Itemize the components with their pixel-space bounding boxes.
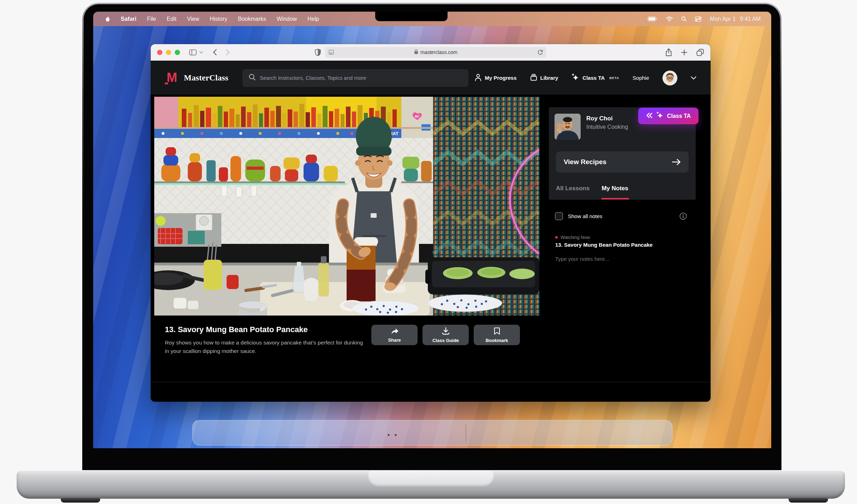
url-text: masterclass.com [420, 49, 457, 55]
masterclass-wordmark: MasterClass [184, 73, 228, 83]
privacy-shield-icon[interactable] [315, 49, 321, 56]
reload-icon[interactable] [538, 49, 543, 55]
show-all-notes-checkbox[interactable] [555, 212, 563, 220]
menu-time: 9:41 AM [740, 16, 761, 22]
show-all-notes-row: Show all notes [555, 212, 603, 220]
menu-item-help[interactable]: Help [307, 16, 319, 22]
zoom-window-button[interactable] [175, 50, 180, 55]
view-recipes-button[interactable]: View Recipes [556, 151, 689, 173]
nav-class-ta[interactable]: Class TABETA [571, 73, 619, 82]
watching-now-row: Watching Now [555, 235, 590, 240]
bookmark-button[interactable]: Bookmark [474, 325, 520, 345]
menu-clock[interactable]: Mon Apr 1 9:41 AM [710, 16, 761, 22]
back-button[interactable] [213, 49, 217, 55]
masterclass-header: M MasterClass [151, 61, 711, 95]
masterclass-logo[interactable]: M MasterClass [165, 71, 228, 85]
menu-item-file[interactable]: File [147, 16, 156, 22]
svg-text:M: M [167, 71, 177, 85]
hanging-tags [221, 186, 257, 197]
menu-item-window[interactable]: Window [277, 16, 297, 22]
griddle [425, 257, 539, 294]
nav-my-progress[interactable]: My Progress [475, 74, 516, 82]
instructor-name: Roy Choi [586, 115, 613, 122]
panel-tabs: All Lessons My Notes [556, 185, 628, 192]
class-guide-button[interactable]: Class Guide [422, 325, 469, 345]
current-lesson-title: 13. Savory Mung Bean Potato Pancake [555, 242, 653, 248]
macos-screen: Safari File Edit View History Bookmarks … [93, 12, 771, 448]
control-center-icon[interactable] [695, 17, 701, 22]
camera-notch [375, 12, 448, 21]
reader-icon[interactable] [329, 50, 334, 55]
macbook-base [17, 470, 845, 499]
nav-library[interactable]: Library [530, 74, 558, 82]
user-name: Sophie [633, 75, 649, 81]
lesson-actions: Share Class Guide Bookmark [371, 325, 520, 345]
person-icon [475, 74, 481, 82]
close-window-button[interactable] [157, 50, 162, 55]
notes-input[interactable]: Type your notes here... [555, 256, 609, 262]
macbook-lid: Safari File Edit View History Bookmarks … [82, 3, 781, 470]
menu-date: Mon Apr 1 [710, 16, 736, 22]
masterclass-nav: My Progress Library [475, 71, 696, 85]
share-button[interactable]: Share [371, 325, 418, 345]
class-ta-button[interactable]: Class TA [638, 108, 699, 124]
sparkle-icon [571, 73, 579, 82]
menu-item-bookmarks[interactable]: Bookmarks [238, 16, 266, 22]
sidebar-toggle-icon[interactable] [189, 49, 197, 55]
address-bar[interactable]: masterclass.com [325, 47, 546, 58]
dock: APR1 tv [192, 420, 672, 445]
menu-item-edit[interactable]: Edit [167, 16, 176, 22]
lesson-description: Roy shows you how to make a delicious sa… [165, 338, 365, 355]
safari-window: masterclass.com [151, 44, 711, 402]
instructor-photo [555, 114, 581, 140]
sidebar-chevron-icon[interactable] [199, 51, 203, 54]
sparkle-icon [656, 112, 664, 120]
search-input[interactable] [260, 75, 462, 81]
apple-menu-icon[interactable] [105, 16, 110, 22]
lid-scoop [368, 470, 494, 486]
search-bar[interactable] [242, 69, 468, 87]
running-indicator [388, 434, 390, 436]
tab-overview-icon[interactable] [696, 49, 704, 56]
spotlight-search-icon[interactable] [681, 16, 687, 22]
page-footer-divider [151, 382, 711, 382]
macbook-foot [789, 498, 828, 503]
bookmark-icon [494, 327, 500, 336]
video-player[interactable]: RC PAPER HAT [154, 97, 539, 316]
desktop-scene: Safari File Edit View History Bookmarks … [0, 0, 857, 504]
lesson-title: 13. Savory Mung Bean Potato Pancake [165, 325, 308, 334]
new-tab-icon[interactable] [681, 49, 687, 55]
minimize-window-button[interactable] [166, 50, 171, 55]
safari-toolbar: masterclass.com [151, 44, 711, 61]
library-icon [530, 74, 537, 82]
masterclass-m-icon: M [165, 71, 180, 85]
forward-button[interactable] [226, 49, 230, 55]
tab-all-lessons[interactable]: All Lessons [556, 185, 589, 192]
watching-now-dot [555, 236, 558, 239]
tab-my-notes[interactable]: My Notes [601, 185, 628, 192]
course-title: Intuitive Cooking [586, 124, 628, 130]
wifi-icon[interactable] [666, 17, 673, 22]
menu-item-safari[interactable]: Safari [121, 16, 136, 22]
share-toolbar-icon[interactable] [665, 48, 672, 56]
collapse-chevrons-icon [646, 113, 653, 120]
macbook-foot [61, 498, 100, 503]
dock-divider [466, 424, 466, 442]
running-indicator [395, 434, 397, 436]
masterclass-page: M MasterClass [151, 61, 711, 402]
search-icon [249, 74, 256, 82]
lock-icon [414, 49, 418, 55]
info-icon[interactable] [679, 212, 687, 220]
avatar[interactable] [663, 71, 677, 85]
arrow-right-icon [672, 158, 681, 166]
beta-badge: BETA [609, 76, 619, 80]
download-icon [442, 327, 450, 336]
menu-item-view[interactable]: View [187, 16, 199, 22]
show-all-notes-label: Show all notes [568, 213, 603, 219]
menu-item-history[interactable]: History [210, 16, 227, 22]
share-arrow-icon [390, 328, 399, 336]
watching-now-label: Watching Now [561, 235, 590, 240]
rc-sticker-text: RC [415, 115, 420, 118]
battery-icon[interactable] [648, 17, 658, 21]
account-chevron-icon[interactable] [691, 75, 696, 81]
